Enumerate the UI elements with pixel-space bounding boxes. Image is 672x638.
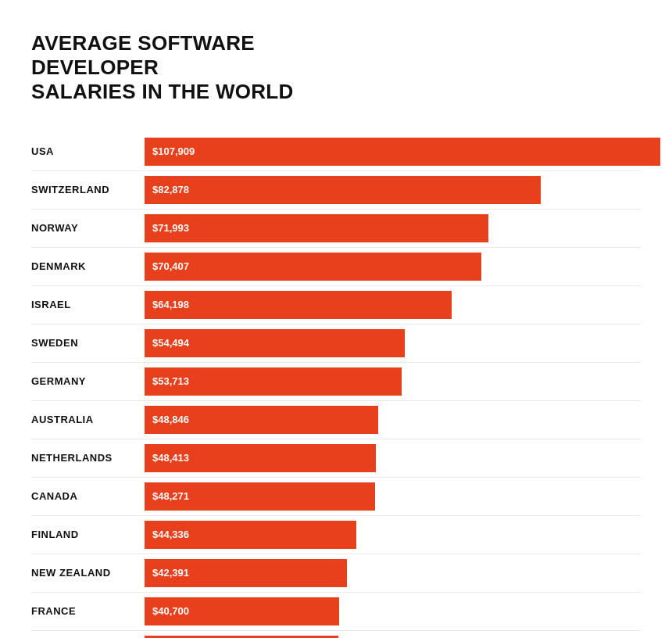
table-row: FRANCE$40,700	[31, 593, 641, 631]
bar: $40,497	[145, 636, 338, 638]
table-row: SWITZERLAND$82,878	[31, 171, 641, 210]
bar-wrapper: $44,336	[145, 521, 641, 549]
country-label: NETHERLANDS	[31, 452, 145, 464]
bar: $48,413	[145, 444, 376, 472]
table-row: SWEDEN$54,494	[31, 324, 641, 363]
bar-value-label: $82,878	[152, 184, 189, 195]
bar-wrapper: $64,198	[145, 291, 641, 319]
country-label: AUSTRALIA	[31, 414, 145, 425]
bar: $44,336	[145, 521, 356, 549]
chart-title: AVERAGE SOFTWARE DEVELOPER SALARIES IN T…	[31, 31, 359, 105]
country-label: SWITZERLAND	[31, 184, 145, 195]
table-row: CANADA$48,271	[31, 478, 641, 516]
country-label: DENMARK	[31, 260, 145, 272]
table-row: NEW ZEALAND$42,391	[31, 554, 641, 593]
bar-wrapper: $48,413	[145, 444, 641, 472]
country-label: ISRAEL	[31, 299, 145, 310]
table-row: GERMANY$53,713	[31, 363, 641, 401]
bar: $53,713	[145, 367, 402, 396]
table-row: AUSTRALIA$48,846	[31, 401, 641, 439]
bar-value-label: $42,391	[152, 567, 189, 579]
bar: $40,700	[145, 597, 339, 625]
bar: $54,494	[145, 329, 405, 357]
bar-value-label: $40,700	[152, 605, 189, 617]
table-row: NORWAY$71,993	[31, 210, 641, 248]
bar-wrapper: $82,878	[145, 176, 641, 204]
bar: $71,993	[145, 214, 488, 242]
country-label: SWEDEN	[31, 337, 145, 349]
country-label: NORWAY	[31, 222, 145, 234]
bar-wrapper: $54,494	[145, 329, 641, 357]
bar-value-label: $48,271	[152, 490, 189, 502]
country-label: NEW ZEALAND	[31, 567, 145, 579]
bar-value-label: $53,713	[152, 375, 189, 387]
table-row: UNITED KINGDOM$40,497	[31, 631, 641, 638]
country-label: FINLAND	[31, 529, 145, 540]
bar-value-label: $48,413	[152, 452, 189, 464]
country-label: GERMANY	[31, 375, 145, 387]
table-row: FINLAND$44,336	[31, 516, 641, 554]
bar-value-label: $54,494	[152, 337, 189, 349]
bar-wrapper: $53,713	[145, 367, 641, 396]
bar-value-label: $44,336	[152, 529, 189, 540]
bar-value-label: $70,407	[152, 260, 189, 272]
bar-wrapper: $48,846	[145, 406, 641, 434]
bar-wrapper: $71,993	[145, 214, 641, 242]
country-label: FRANCE	[31, 605, 145, 617]
country-label: CANADA	[31, 490, 145, 502]
bar: $42,391	[145, 559, 347, 587]
bar-wrapper: $40,700	[145, 597, 641, 625]
bar-value-label: $71,993	[152, 222, 189, 234]
bar-value-label: $48,846	[152, 414, 189, 425]
table-row: DENMARK$70,407	[31, 248, 641, 286]
bar-value-label: $64,198	[152, 299, 189, 310]
bar-wrapper: $70,407	[145, 253, 641, 281]
bar-wrapper: $107,909	[145, 138, 660, 166]
table-row: NETHERLANDS$48,413	[31, 439, 641, 478]
bar: $64,198	[145, 291, 452, 319]
table-row: USA$107,909	[31, 133, 641, 171]
table-row: ISRAEL$64,198	[31, 286, 641, 324]
bar: $82,878	[145, 176, 541, 204]
bar: $48,846	[145, 406, 378, 434]
bar-wrapper: $40,497	[145, 636, 641, 638]
bar-wrapper: $48,271	[145, 482, 641, 511]
bar: $70,407	[145, 253, 481, 281]
bar: $48,271	[145, 482, 375, 511]
bar-chart: USA$107,909SWITZERLAND$82,878NORWAY$71,9…	[31, 133, 641, 638]
bar-value-label: $107,909	[152, 145, 195, 157]
country-label: USA	[31, 145, 145, 157]
bar-wrapper: $42,391	[145, 559, 641, 587]
bar: $107,909	[145, 138, 660, 166]
